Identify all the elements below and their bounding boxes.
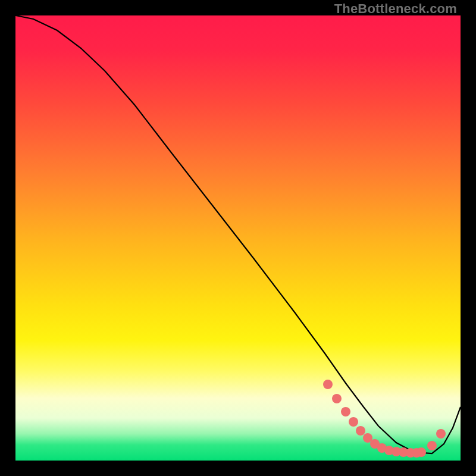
chart-svg bbox=[15, 15, 461, 461]
marker-dot bbox=[356, 426, 365, 436]
marker-dot bbox=[427, 441, 437, 450]
marker-dot bbox=[341, 407, 350, 416]
marker-dot bbox=[436, 429, 446, 439]
marker-dot bbox=[416, 447, 426, 457]
plot-area bbox=[15, 15, 461, 461]
chart-frame: TheBottleneck.com bbox=[0, 0, 476, 476]
marker-dot bbox=[332, 394, 342, 403]
marker-dot bbox=[323, 380, 333, 389]
marker-dot bbox=[349, 417, 358, 427]
watermark-text: TheBottleneck.com bbox=[334, 1, 457, 17]
